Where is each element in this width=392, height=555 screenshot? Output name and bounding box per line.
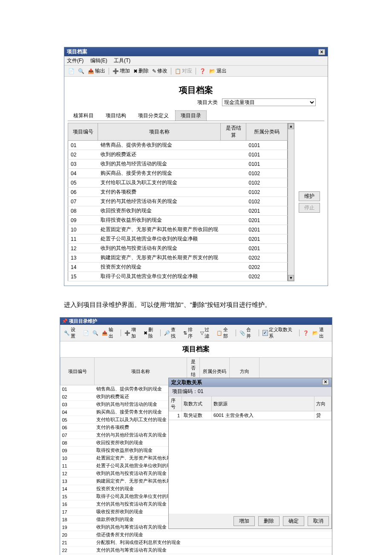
check-icon: ✓ [262,330,268,336]
toolbar-merge-button[interactable]: 📎 合并 [238,326,257,340]
doc-text-1: 进入到项目目录维护界面。可以使用"增加"、"删除"按钮对项目进行维护。 [0,295,392,315]
toolbar: 🔧 设置 📄 🔍 📤 输出 ➕ 增加 ✖ 删除 🔎 查找 ⇅ 排序 ▽ 过滤 📋… [60,325,332,341]
window-title: 项目目录维护 [69,318,97,324]
toolbar-preview-icon[interactable]: 🔍 [77,68,86,75]
page-title: 项目档案 [60,341,332,357]
separator [196,68,196,75]
project-archive-window: 项目档案 × 文件(F) 编辑(E) 工具(T) 📄 🔍 📤 输出 ➕ 增加 ✖… [64,47,328,286]
dialog-grid-body[interactable] [169,420,331,514]
toolbar-help-icon[interactable]: ❓ [302,330,310,336]
toolbar-print-icon[interactable]: 📄 [67,68,76,75]
dialog-title: 定义取数关系 [171,379,202,386]
category-select[interactable]: 现金流量项目 [222,98,316,106]
window-title: 项目档案 [67,48,87,55]
dialog-titlebar[interactable]: 定义取数关系 × [169,378,331,387]
separator [171,68,171,75]
col-code[interactable]: 项目编号 [68,123,98,141]
col-name[interactable]: 项目名称 [98,123,221,141]
col-code[interactable]: 项目编号 [61,358,95,385]
dialog-add-button[interactable]: 增加 [233,516,255,526]
toolbar-modify-button[interactable]: ✎ 修改 [151,67,169,75]
col-dir[interactable]: 方向 [314,396,331,411]
relation-table: 序号 取数方式 数据源 方向 1取凭证数6001 主营业务收入贷 [169,396,331,420]
table-row[interactable]: 11处置子公司及其他营业单位收到的现金净额0201 [68,234,288,244]
toolbar-delete-button[interactable]: ✖ 删除 [132,67,150,75]
table-row[interactable]: 12收到的其他与投资活动有关的现金0201 [68,244,288,253]
toolbar-add-button[interactable]: ➕ 增加 [111,67,131,75]
menubar: 文件(F) 编辑(E) 工具(T) [64,56,328,66]
table-row[interactable]: 1取凭证数6001 主营业务收入贷 [169,411,331,420]
toolbar-settings-button[interactable]: 🔧 设置 [63,326,81,340]
page-title: 项目档案 [68,84,324,96]
toolbar-help-icon[interactable]: ❓ [198,68,207,75]
table-row[interactable]: 03收到的其他与经营活动的现金0101 [68,159,288,169]
tab-accounting-subject[interactable]: 核算科目 [68,110,99,121]
tab-project-class-def[interactable]: 项目分类定义 [133,110,174,121]
close-icon[interactable]: × [318,49,325,55]
titlebar[interactable]: 📌 项目目录维护 [60,318,332,325]
table-row[interactable]: 14投资所支付的现金0202 [68,263,288,272]
table-row[interactable]: 05支付给职工以及为职工支付的现金0102 [68,178,288,188]
table-row[interactable]: 10处置固定资产、无形资产和其他长期资产所收回的现0201 [68,225,288,234]
separator [109,68,109,75]
scroll-down-icon[interactable]: ▼ [288,275,294,281]
col-source[interactable]: 数据源 [212,396,314,411]
table-row[interactable]: 06支付的各项税费0102 [68,188,288,197]
scrollbar[interactable]: ▲ ▼ [288,123,294,281]
toolbar-map-button[interactable]: 📋 对应 [173,67,193,75]
scroll-up-icon[interactable]: ▲ [288,123,294,129]
toolbar-export-button[interactable]: 📤 输出 [101,326,119,340]
table-row[interactable]: 21分配股利、利润或偿还利息所支付的现金 [61,539,332,546]
toolbar-find-button[interactable]: 🔎 查找 [163,326,181,340]
close-icon[interactable]: × [322,379,329,385]
toolbar-delete-button[interactable]: ✖ 删除 [142,326,159,340]
tab-project-catalog[interactable]: 项目目录 [175,110,207,121]
toolbar-sort-button[interactable]: ⇅ 排序 [182,326,198,340]
table-row[interactable]: 04购买商品、接受劳务支付的现金0102 [68,169,288,178]
maintain-button[interactable]: 维护 [299,191,320,201]
menu-tool[interactable]: 工具(T) [114,58,130,64]
toolbar-print-icon[interactable]: 📄 [82,330,90,336]
category-label: 项目大类 [197,99,218,106]
project-table: 项目编号 项目名称 是否结算 所属分类码 01销售商品、提供劳务收到的现金010… [68,123,288,281]
menu-edit[interactable]: 编辑(E) [90,58,107,64]
catalog-maintain-window: 📌 项目目录维护 🔧 设置 📄 🔍 📤 输出 ➕ 增加 ✖ 删除 🔎 查找 ⇅ … [60,317,332,555]
tab-project-structure[interactable]: 项目结构 [100,110,132,121]
dialog-ok-button[interactable]: 确定 [283,516,304,526]
toolbar-export-button[interactable]: 📤 输出 [86,67,107,75]
table-row[interactable]: 02收到的税费返还0101 [68,150,288,159]
col-mode[interactable]: 取数方式 [182,396,212,411]
toolbar-all-button[interactable]: 📋 全部 [215,326,233,340]
toolbar-preview-icon[interactable]: 🔍 [91,330,100,336]
toolbar-exit-button[interactable]: 📂 退出 [311,326,329,340]
table-row[interactable]: 20偿还债务所支付的现金 [61,531,332,539]
toolbar-define-relation-button[interactable]: ✓ 定义取数关系 [261,326,297,340]
dialog-code-label: 项目编码：01 [169,387,331,396]
dialog-delete-button[interactable]: 删除 [258,516,280,526]
toolbar: 📄 🔍 📤 输出 ➕ 增加 ✖ 删除 ✎ 修改 📋 对应 ❓ 📂 退出 [64,66,328,77]
toolbar-add-button[interactable]: ➕ 增加 [123,326,141,340]
dialog-cancel-button[interactable]: 取消 [308,516,329,526]
toolbar-exit-button[interactable]: 📂 退出 [208,67,228,75]
stop-button[interactable]: 停止 [299,203,320,213]
table-row[interactable]: 13购建固定资产、无形资产和其他长期资产所支付的现0202 [68,253,288,263]
menu-file[interactable]: 文件(F) [67,58,84,64]
table-row[interactable]: 22支付的其他与筹资活动有关的现金 [61,546,332,554]
col-settle[interactable]: 是否结算 [221,123,246,141]
table-row[interactable]: 01销售商品、提供劳务收到的现金0101 [68,141,288,150]
tabs: 核算科目 项目结构 项目分类定义 项目目录 [68,110,324,121]
table-row[interactable]: 09取得投资收益所收到的现金0201 [68,216,288,225]
table-row[interactable]: 15取得子公司及其他营业单位支付的现金净额0202 [68,272,288,281]
table-row[interactable]: 07支付的与其他经营活动有关的现金0102 [68,197,288,206]
toolbar-filter-button[interactable]: ▽ 过滤 [199,326,215,340]
col-no[interactable]: 序号 [169,396,182,411]
titlebar[interactable]: 项目档案 × [64,47,328,56]
table-row[interactable]: 08收回投资所收到的现金0201 [68,206,288,216]
define-relation-dialog: 定义取数关系 × 项目编码：01 序号 取数方式 数据源 方向 1取凭证数600… [168,378,332,529]
col-class[interactable]: 所属分类码 [246,123,288,141]
